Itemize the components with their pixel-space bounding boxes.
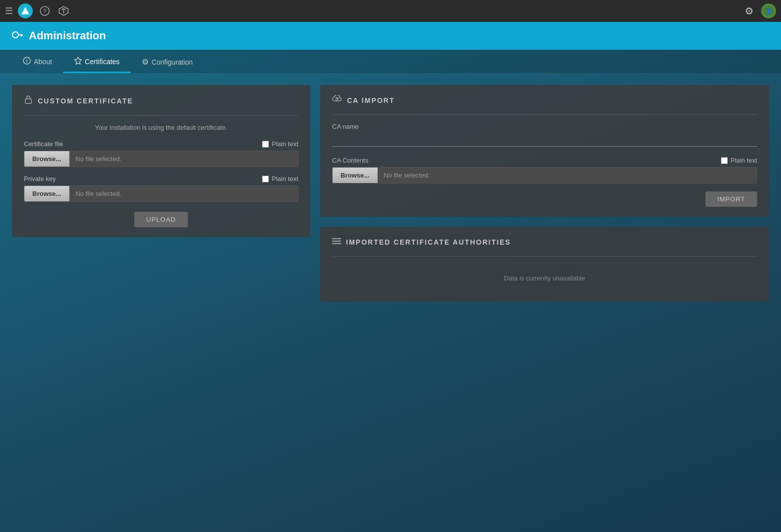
ca-file-name: No file selected. (378, 168, 757, 183)
admin-bar: Administration (0, 22, 781, 50)
import-btn-row: IMPORT (332, 191, 757, 207)
cert-plain-text-label[interactable]: Plain text (262, 140, 298, 148)
private-key-plain-text-checkbox[interactable] (262, 176, 269, 182)
tab-configuration-label: Configuration (152, 58, 193, 66)
ca-contents-row: CA Contents Plain text Browse... No file… (332, 157, 757, 183)
topbar: ☰ ? ⚙ 👤 (0, 0, 781, 22)
svg-rect-15 (25, 99, 31, 103)
imported-ca-divider (332, 256, 757, 257)
deploy-icon[interactable] (57, 4, 71, 18)
ca-contents-label: CA Contents (332, 157, 368, 164)
private-key-file-input-row: Browse... No file selected. (24, 185, 298, 202)
ca-import-header: CA IMPORT (332, 95, 757, 105)
help-icon[interactable]: ? (38, 4, 52, 18)
cert-file-label-row: Certificate file Plain text (24, 140, 298, 148)
ca-import-title: CA IMPORT (347, 96, 395, 104)
cert-plain-text-checkbox[interactable] (262, 141, 269, 148)
right-column: CA IMPORT CA name CA Contents Plain text (320, 85, 769, 302)
private-key-plain-text-label[interactable]: Plain text (262, 175, 298, 182)
custom-certificate-card: CUSTOM CERTIFICATE Your installation is … (12, 85, 310, 237)
imported-ca-header: IMPORTED CERTIFICATE AUTHORITIES (332, 237, 757, 247)
imported-ca-card: IMPORTED CERTIFICATE AUTHORITIES Data is… (320, 227, 769, 302)
cert-file-input-row: Browse... No file selected. (24, 151, 298, 167)
configuration-tab-icon: ⚙ (142, 57, 149, 67)
menu-icon[interactable]: ☰ (5, 5, 13, 16)
cert-divider (24, 115, 298, 116)
imported-ca-title: IMPORTED CERTIFICATE AUTHORITIES (346, 238, 511, 246)
tab-configuration[interactable]: ⚙ Configuration (131, 50, 204, 73)
private-key-browse-button[interactable]: Browse... (24, 186, 70, 201)
ca-file-input-row: Browse... No file selected. (332, 167, 757, 183)
certificates-tab-icon (74, 57, 82, 67)
tab-about-label: About (34, 58, 52, 66)
admin-title: Administration (29, 29, 106, 42)
ca-import-divider (332, 114, 757, 115)
ca-plain-text-checkbox[interactable] (721, 157, 728, 164)
ca-plain-text-label[interactable]: Plain text (721, 157, 757, 164)
ca-name-input[interactable] (332, 132, 757, 147)
user-avatar[interactable]: 👤 (761, 3, 776, 18)
tab-bar: i About Certificates ⚙ Configuration (0, 50, 781, 73)
tab-about[interactable]: i About (12, 50, 63, 73)
ca-contents-label-row: CA Contents Plain text (332, 157, 757, 164)
ca-browse-button[interactable]: Browse... (333, 168, 378, 183)
ca-import-card: CA IMPORT CA name CA Contents Plain text (320, 85, 769, 217)
private-key-row: Private key Plain text Browse... No file… (24, 175, 298, 202)
svg-point-9 (12, 32, 18, 38)
private-key-label: Private key (24, 175, 56, 182)
cloud-upload-icon (332, 95, 342, 105)
svg-text:i: i (26, 58, 28, 64)
svg-marker-0 (21, 7, 29, 14)
tab-certificates[interactable]: Certificates (63, 50, 131, 73)
unavailable-text: Data is currently unavailable (332, 265, 757, 292)
app-logo[interactable] (18, 3, 33, 18)
cert-info-text: Your installation is using the default c… (24, 124, 298, 131)
ca-name-label: CA name (332, 123, 757, 130)
topbar-left: ☰ ? (5, 3, 737, 18)
main-content: CUSTOM CERTIFICATE Your installation is … (0, 73, 781, 314)
private-key-label-row: Private key Plain text (24, 175, 298, 182)
custom-cert-header: CUSTOM CERTIFICATE (24, 95, 298, 106)
tab-certificates-label: Certificates (85, 58, 120, 66)
custom-cert-title: CUSTOM CERTIFICATE (38, 97, 133, 105)
cert-browse-button[interactable]: Browse... (24, 151, 70, 167)
cert-file-label: Certificate file (24, 140, 63, 148)
about-tab-icon: i (23, 57, 31, 67)
svg-text:?: ? (43, 8, 47, 15)
certificate-file-row: Certificate file Plain text Browse... No… (24, 140, 298, 167)
upload-btn-row: UPLOAD (24, 212, 298, 227)
topbar-right: ⚙ 👤 (742, 3, 776, 18)
upload-button[interactable]: UPLOAD (134, 212, 187, 227)
lock-icon (24, 95, 33, 106)
key-icon (12, 30, 23, 42)
svg-text:👤: 👤 (766, 8, 772, 14)
ca-name-field-row: CA name (332, 123, 757, 157)
import-button[interactable]: IMPORT (705, 191, 757, 207)
gear-icon[interactable]: ⚙ (742, 4, 756, 18)
private-key-file-name: No file selected. (70, 186, 298, 201)
list-icon (332, 237, 341, 247)
cert-file-name: No file selected. (70, 151, 298, 167)
